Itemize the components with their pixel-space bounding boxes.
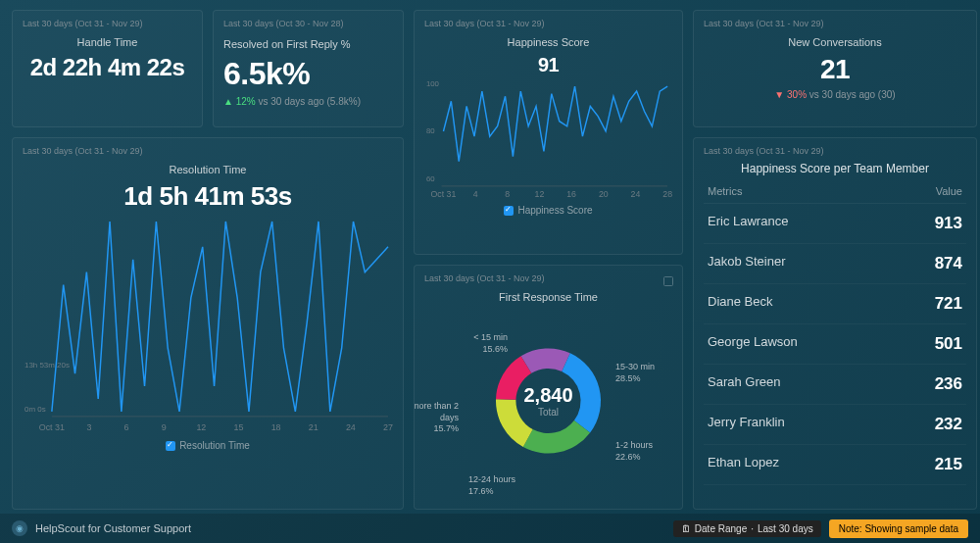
svg-text:20: 20 (599, 189, 609, 199)
chart-legend[interactable]: Happiness Score (424, 205, 672, 216)
svg-rect-25 (664, 277, 673, 286)
member-value: 215 (935, 455, 962, 474)
member-value: 232 (935, 415, 962, 434)
table-header: Metrics Value (704, 185, 966, 204)
donut-slice-label: < 15 min15.6% (449, 332, 508, 355)
date-range-picker[interactable]: 🗓 Date Range · Last 30 days (673, 520, 821, 537)
svg-text:4: 4 (473, 189, 478, 199)
resolution-line-chart: 13h 53m 20s 0m 0s Oct 31369121518212427 (23, 212, 393, 436)
footer-bar: ◉ HelpScout for Customer Support 🗓 Date … (0, 514, 980, 543)
svg-text:15: 15 (234, 422, 244, 432)
brand-logo-icon: ◉ (12, 520, 27, 536)
metric-value: 21 (704, 54, 966, 85)
member-name: Diane Beck (708, 294, 772, 314)
table-row[interactable]: Sarah Green236 (704, 365, 966, 405)
svg-text:13h 53m 20s: 13h 53m 20s (24, 361, 70, 370)
arrow-down-icon: ▼ (774, 89, 787, 100)
donut-slice-label: 15-30 min28.5% (615, 362, 655, 384)
donut-slice-label: 12-24 hours17.6% (468, 474, 515, 497)
donut-slice-label: 1-2 hours22.6% (615, 440, 653, 463)
member-name: Jakob Steiner (708, 254, 786, 273)
svg-text:60: 60 (426, 174, 435, 183)
date-range-label: Last 30 days (Oct 31 - Nov 29) (23, 146, 393, 156)
table-row[interactable]: Eric Lawrance913 (704, 204, 966, 244)
date-range-label: Last 30 days (Oct 31 - Nov 29) (704, 146, 966, 156)
card-happiness-score: Last 30 days (Oct 31 - Nov 29) Happiness… (414, 10, 683, 255)
date-range-label: Last 30 days (Oct 31 - Nov 29) (704, 19, 966, 28)
member-value: 874 (935, 254, 962, 273)
svg-text:27: 27 (383, 422, 393, 432)
table-row[interactable]: George Lawson501 (704, 324, 966, 365)
card-title: Happiness Score (424, 36, 672, 48)
card-title: Happiness Score per Team Member (704, 162, 966, 175)
card-title: First Response Time (424, 291, 672, 303)
arrow-up-icon: ▲ (223, 96, 236, 107)
svg-text:Oct 31: Oct 31 (39, 422, 65, 432)
svg-text:24: 24 (631, 189, 641, 199)
donut-center: 2,840 Total (523, 384, 572, 418)
member-value: 913 (935, 214, 962, 233)
sample-data-note: Note: Showing sample data (829, 519, 968, 538)
card-handle-time: Last 30 days (Oct 31 - Nov 29) Handle Ti… (12, 10, 203, 127)
checkbox-icon[interactable] (504, 206, 514, 216)
member-name: Sarah Green (708, 374, 780, 394)
metric-delta: ▼ 30% vs 30 days ago (30) (704, 89, 966, 100)
date-range-label: Last 30 days (Oct 31 - Nov 29) (23, 19, 192, 28)
svg-text:8: 8 (505, 189, 510, 199)
svg-text:100: 100 (426, 79, 440, 88)
table-row[interactable]: Diane Beck721 (704, 284, 966, 324)
table-row[interactable]: Jerry Franklin232 (704, 405, 966, 445)
svg-text:3: 3 (86, 422, 91, 432)
checkbox-icon[interactable] (166, 441, 175, 451)
svg-text:16: 16 (566, 189, 576, 199)
card-title: Resolution Time (23, 164, 393, 175)
svg-text:21: 21 (309, 422, 318, 432)
metric-value: 6.5k% (223, 56, 393, 92)
svg-text:6: 6 (124, 422, 129, 432)
svg-text:0m 0s: 0m 0s (24, 405, 46, 414)
chart-legend[interactable]: Resolution Time (23, 440, 393, 451)
metric-value: 2d 22h 4m 22s (23, 54, 192, 81)
card-title: Resolved on First Reply % (223, 38, 393, 50)
happiness-line-chart: 100 80 60 Oct 31481216202428 (424, 76, 672, 201)
calendar-icon: 🗓 (681, 523, 691, 534)
svg-text:12: 12 (196, 422, 206, 432)
donut-slice-label: more than 2 days15.7% (414, 401, 459, 435)
member-name: Eric Lawrance (708, 214, 788, 233)
metric-delta: ▲ 12% vs 30 days ago (5.8k%) (223, 96, 393, 107)
table-row[interactable]: Ethan Lopez215 (704, 445, 966, 485)
expand-icon[interactable] (662, 273, 674, 285)
card-title: New Conversations (704, 36, 966, 48)
svg-text:24: 24 (346, 422, 356, 432)
table-row[interactable]: Jakob Steiner874 (704, 244, 966, 284)
member-value: 721 (935, 294, 962, 314)
member-name: George Lawson (708, 334, 798, 354)
member-value: 501 (935, 334, 962, 354)
svg-text:18: 18 (271, 422, 281, 432)
date-range-label: Last 30 days (Oct 31 - Nov 29) (424, 273, 672, 283)
svg-text:12: 12 (535, 189, 545, 199)
svg-text:Oct 31: Oct 31 (431, 189, 457, 199)
card-team-happiness: Last 30 days (Oct 31 - Nov 29) Happiness… (693, 137, 977, 510)
donut-chart: 2,840 Total < 15 min15.6%15-30 min28.5%1… (424, 303, 672, 499)
brand-title: HelpScout for Customer Support (35, 522, 191, 534)
svg-text:80: 80 (426, 126, 435, 135)
card-new-conversations: Last 30 days (Oct 31 - Nov 29) New Conve… (693, 10, 977, 127)
card-resolved-first-reply: Last 30 days (Oct 30 - Nov 28) Resolved … (213, 10, 404, 127)
date-range-label: Last 30 days (Oct 31 - Nov 29) (424, 19, 672, 28)
card-title: Handle Time (23, 36, 192, 48)
member-value: 236 (935, 374, 962, 394)
metric-value: 91 (424, 54, 672, 76)
member-name: Ethan Lopez (708, 455, 779, 474)
metric-value: 1d 5h 41m 53s (23, 181, 393, 212)
svg-text:28: 28 (662, 189, 672, 199)
card-resolution-time: Last 30 days (Oct 31 - Nov 29) Resolutio… (12, 137, 404, 510)
date-range-label: Last 30 days (Oct 30 - Nov 28) (223, 19, 393, 28)
member-name: Jerry Franklin (708, 415, 785, 434)
card-first-response-time: Last 30 days (Oct 31 - Nov 29) First Res… (414, 265, 683, 510)
svg-text:9: 9 (162, 422, 167, 432)
